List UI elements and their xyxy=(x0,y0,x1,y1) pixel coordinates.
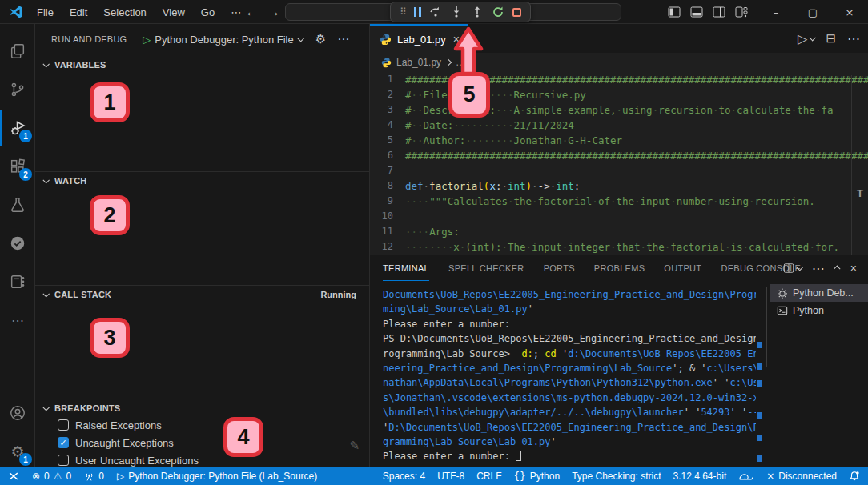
restart-button[interactable] xyxy=(492,6,504,18)
pause-button[interactable] xyxy=(414,7,421,17)
sidebar-more-actions-icon[interactable]: ⋯ xyxy=(337,32,349,46)
menu-selection[interactable]: Selection xyxy=(97,5,152,20)
step-into-button[interactable] xyxy=(450,6,463,18)
breakpoint-row[interactable]: Raised Exceptions xyxy=(35,416,369,434)
more-views-icon[interactable]: ⋯ xyxy=(0,303,35,338)
code-editor[interactable]: 1#######################################… xyxy=(370,72,868,255)
editor-group: Lab_01.py × ▷ ⊟ ⋯ Lab_01.py … 1#########… xyxy=(370,24,868,255)
terminal-line: gramming\Lab_Source\Lab_01.py' xyxy=(383,435,756,449)
breakpoint-row[interactable]: ✓Uncaught Exceptions xyxy=(35,434,369,451)
editor-more-actions-icon[interactable]: ⋯ xyxy=(847,31,860,46)
breakpoint-checkbox[interactable]: ✓ xyxy=(58,437,69,448)
terminal-instance-row[interactable]: Python Deb... xyxy=(770,284,868,302)
toggle-panel-icon[interactable] xyxy=(690,6,703,18)
line-number: 10 xyxy=(370,209,405,224)
line-number: 6 xyxy=(370,148,405,163)
breadcrumb[interactable]: Lab_01.py … xyxy=(370,53,868,72)
forward-arrow-button[interactable]: → xyxy=(264,3,283,21)
menu-view[interactable]: View xyxy=(156,5,191,20)
python-interpreter-status[interactable]: 3.12.4 64-bit xyxy=(673,471,727,482)
panel-tab-problems[interactable]: PROBLEMS xyxy=(594,255,645,281)
notifications-bell-icon[interactable] xyxy=(849,471,860,482)
breakpoint-row[interactable]: User Uncaught Exceptions xyxy=(35,451,369,469)
terminal-line: Documents\UoB_Repos\EE22005_Engineering_… xyxy=(383,287,756,302)
panel-more-actions-icon[interactable]: ⋯ xyxy=(812,261,825,276)
variables-section-header[interactable]: VARIABLES xyxy=(35,56,369,74)
minimize-button[interactable]: – xyxy=(757,0,794,24)
step-over-button[interactable] xyxy=(429,6,442,18)
maximize-button[interactable]: ▢ xyxy=(794,0,831,24)
eol-status[interactable]: CRLF xyxy=(476,471,501,482)
testing-icon[interactable] xyxy=(0,187,35,222)
split-editor-icon[interactable]: ⊟ xyxy=(826,31,836,46)
close-panel-icon[interactable]: × xyxy=(850,262,857,275)
toggle-secondary-sidebar-icon[interactable] xyxy=(713,6,725,18)
breakpoint-checkbox[interactable] xyxy=(58,419,69,431)
python-file-icon xyxy=(381,58,392,68)
debug-play-icon: ▷ xyxy=(117,471,124,482)
debug-status[interactable]: ▷ Python Debugger: Python File (Lab_Sour… xyxy=(117,471,317,482)
panel-tab-spell-checker[interactable]: SPELL CHECKER xyxy=(448,255,524,281)
breakpoint-label: Uncaught Exceptions xyxy=(75,437,174,449)
language-mode-status[interactable]: {}Python xyxy=(513,471,560,482)
terminal-scrollbar[interactable] xyxy=(757,287,764,465)
breakpoints-section-header[interactable]: BREAKPOINTS xyxy=(35,399,369,416)
type-checking-status[interactable]: Type Checking: strict xyxy=(572,471,661,482)
menu-go[interactable]: Go xyxy=(195,5,221,20)
encoding-status[interactable]: UTF-8 xyxy=(437,471,464,482)
editor-scrollbar[interactable] xyxy=(851,75,852,255)
terminal-line: rogramming\Lab_Source> d:; cd 'd:\Docume… xyxy=(383,347,756,361)
notebook-icon[interactable] xyxy=(0,264,35,299)
settings-gear-icon[interactable]: ⚙ 1 xyxy=(0,434,35,469)
code-line: 4#··Date:··········21/11/2024 xyxy=(370,118,868,133)
panel-tab-ports[interactable]: PORTS xyxy=(544,255,575,281)
edit-pencil-icon[interactable]: ✎ xyxy=(349,439,360,453)
menu-edit[interactable]: Edit xyxy=(63,5,94,20)
problems-status[interactable]: ⊗0 ⚠0 xyxy=(32,471,71,482)
panel-tab-terminal[interactable]: TERMINAL xyxy=(383,255,429,281)
code-line: 12········x·(int):·The·input·integer·tha… xyxy=(370,239,868,255)
live-connection-status[interactable]: ×Disconnected xyxy=(766,471,837,482)
customize-layout-icon[interactable] xyxy=(735,6,748,18)
run-and-debug-icon[interactable]: 1 xyxy=(0,110,35,146)
source-control-icon[interactable] xyxy=(0,72,35,107)
terminal-output[interactable]: Documents\UoB_Repos\EE22005_Engineering_… xyxy=(383,287,756,465)
terminal-instance-row[interactable]: Python xyxy=(770,302,868,319)
drag-grip-icon[interactable]: ⠿ xyxy=(400,6,406,18)
run-python-file-button[interactable]: ▷ xyxy=(798,31,814,46)
indentation-status[interactable]: Spaces: 4 xyxy=(383,471,425,482)
breadcrumb-file[interactable]: Lab_01.py xyxy=(396,57,441,68)
chevron-down-icon[interactable] xyxy=(297,35,303,42)
line-number: 2 xyxy=(370,87,405,102)
line-number: 7 xyxy=(370,163,405,178)
code-line: 5#··Author:········Jonathan·G-H-Cater xyxy=(370,133,868,148)
menu-file[interactable]: File xyxy=(30,5,60,20)
split-terminal-button[interactable] xyxy=(783,263,802,274)
editor-actions: ▷ ⊟ ⋯ xyxy=(798,24,860,53)
explorer-icon[interactable] xyxy=(0,34,35,69)
close-button[interactable]: × xyxy=(831,0,868,24)
sidebar-header: RUN AND DEBUG ▷ Python Debugger: Python … xyxy=(35,24,369,54)
debug-settings-gear-icon[interactable]: ⚙ xyxy=(315,32,326,46)
remote-window-button[interactable] xyxy=(8,471,19,482)
terminal-line: \bundled\libs\debugpy\adapter/../..\debu… xyxy=(383,405,756,419)
snail-doodle-icon[interactable] xyxy=(738,471,754,482)
launch-config-label[interactable]: Python Debugger: Python File xyxy=(155,34,293,46)
panel-tab-output[interactable]: OUTPUT xyxy=(664,255,701,281)
check-circle-icon[interactable] xyxy=(0,226,35,261)
back-arrow-button[interactable]: ← xyxy=(242,3,261,21)
call-stack-section-header[interactable]: CALL STACK Running xyxy=(35,285,369,303)
watch-section-header[interactable]: WATCH xyxy=(35,171,369,189)
breakpoint-checkbox[interactable] xyxy=(58,455,69,466)
step-out-button[interactable] xyxy=(471,6,484,18)
launch-configuration[interactable]: ▷ Python Debugger: Python File xyxy=(138,32,307,47)
accounts-icon[interactable] xyxy=(0,395,35,431)
python-file-icon xyxy=(380,34,392,46)
extensions-icon[interactable]: 2 xyxy=(0,149,35,184)
start-debug-icon[interactable]: ▷ xyxy=(143,34,151,46)
toggle-sidebar-icon[interactable] xyxy=(668,6,681,18)
stop-button[interactable] xyxy=(512,8,521,17)
sidebar-title: RUN AND DEBUG xyxy=(51,34,127,44)
maximize-panel-icon[interactable] xyxy=(834,265,840,271)
ports-status[interactable]: 0 xyxy=(84,471,104,482)
